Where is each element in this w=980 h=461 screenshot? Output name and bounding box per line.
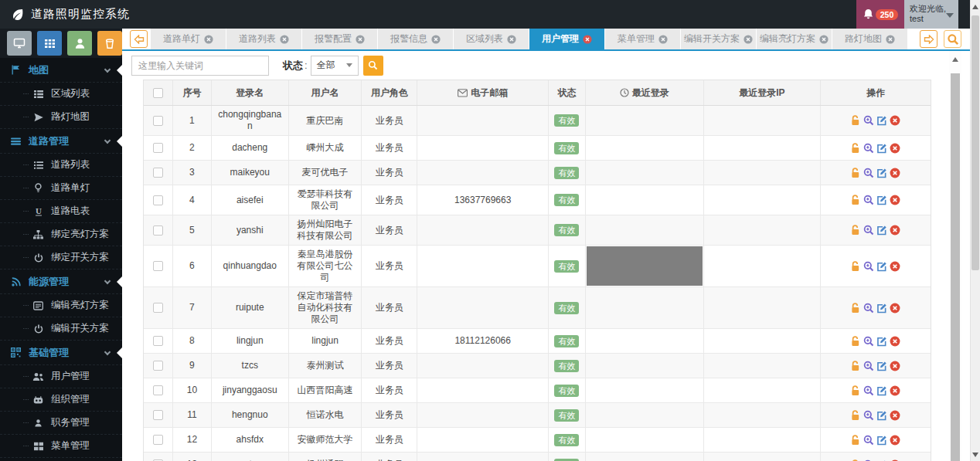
delete-icon[interactable] (890, 361, 900, 371)
delete-icon[interactable] (890, 410, 900, 421)
zoom-in-icon[interactable] (863, 410, 874, 421)
edit-icon[interactable] (876, 115, 887, 126)
zoom-in-icon[interactable] (863, 143, 874, 154)
tab-close-icon[interactable] (431, 35, 441, 44)
unlock-icon[interactable] (851, 143, 861, 154)
sidebar-item[interactable]: 用户管理 (0, 365, 122, 388)
unlock-icon[interactable] (851, 261, 861, 272)
sidebar-item[interactable]: 道路列表 (0, 154, 122, 177)
delete-icon[interactable] (890, 143, 900, 154)
sidebar-item[interactable]: 编辑开关方案 (0, 317, 122, 341)
select-all-checkbox[interactable] (153, 88, 163, 98)
grid-button[interactable] (37, 31, 62, 56)
scroll-up-arrow[interactable] (952, 57, 958, 62)
zoom-in-icon[interactable] (863, 435, 874, 446)
tab-close-icon[interactable] (280, 35, 289, 44)
zoom-in-icon[interactable] (863, 385, 874, 396)
monitor-button[interactable] (7, 31, 32, 56)
sidebar-item[interactable]: 编辑亮灯方案 (0, 294, 122, 317)
tab[interactable]: 道路列表 (226, 29, 301, 49)
unlock-icon[interactable] (851, 336, 861, 347)
tab[interactable]: 编辑亮灯方案 (757, 29, 832, 49)
delete-icon[interactable] (890, 195, 900, 205)
edit-icon[interactable] (876, 435, 887, 446)
tab[interactable]: 报警配置 (302, 29, 377, 49)
sidebar-item[interactable]: 组织管理 (0, 388, 122, 412)
edit-icon[interactable] (876, 410, 887, 421)
tab-close-icon[interactable] (819, 35, 829, 44)
page-scroll-down-arrow[interactable] (972, 453, 978, 457)
sidebar-item[interactable]: 职务管理 (0, 412, 122, 435)
zoom-in-icon[interactable] (863, 361, 874, 371)
status-select[interactable]: 全部 (311, 56, 359, 76)
zoom-in-icon[interactable] (863, 168, 874, 178)
trash-button[interactable] (97, 31, 122, 56)
unlock-icon[interactable] (851, 195, 861, 205)
tab[interactable]: 路灯地图 (832, 29, 907, 49)
tabs-scroll-right-button[interactable] (920, 30, 937, 48)
tab-search-button[interactable] (944, 30, 961, 48)
delete-icon[interactable] (890, 336, 900, 347)
tab-close-icon[interactable] (658, 35, 668, 44)
page-scrollbar-thumb[interactable] (971, 15, 979, 270)
sidebar-item[interactable]: 路灯地图 (0, 106, 122, 129)
delete-icon[interactable] (890, 115, 900, 126)
notifications-button[interactable]: 250 (856, 0, 904, 29)
row-checkbox[interactable] (153, 261, 163, 271)
row-checkbox[interactable] (153, 143, 163, 153)
edit-icon[interactable] (876, 261, 887, 272)
tab-close-icon[interactable] (204, 35, 213, 44)
unlock-icon[interactable] (851, 435, 861, 446)
tab-close-icon[interactable] (356, 35, 365, 44)
tab-close-icon[interactable] (886, 35, 895, 44)
unlock-icon[interactable] (851, 168, 861, 178)
keyword-input[interactable] (131, 56, 269, 76)
delete-icon[interactable] (890, 385, 900, 396)
edit-icon[interactable] (876, 225, 887, 236)
edit-icon[interactable] (876, 361, 887, 371)
edit-icon[interactable] (876, 195, 887, 205)
zoom-in-icon[interactable] (863, 195, 874, 205)
delete-icon[interactable] (890, 168, 900, 178)
unlock-icon[interactable] (851, 361, 861, 371)
tab-close-icon[interactable] (744, 35, 753, 44)
row-checkbox[interactable] (153, 225, 163, 236)
row-checkbox[interactable] (153, 361, 163, 371)
row-checkbox[interactable] (153, 303, 163, 313)
delete-icon[interactable] (890, 261, 900, 272)
zoom-in-icon[interactable] (863, 225, 874, 236)
zoom-in-icon[interactable] (863, 261, 874, 272)
edit-icon[interactable] (876, 168, 887, 178)
zoom-in-icon[interactable] (863, 336, 874, 347)
unlock-icon[interactable] (851, 385, 861, 396)
zoom-in-icon[interactable] (863, 303, 874, 314)
sidebar-item[interactable]: 道路单灯 (0, 177, 122, 200)
sidebar-item[interactable]: 绑定开关方案 (0, 246, 122, 269)
tab-close-icon[interactable] (583, 35, 592, 44)
unlock-icon[interactable] (851, 225, 861, 236)
unlock-icon[interactable] (851, 410, 861, 421)
sidebar-item[interactable]: 道路管理 (0, 129, 122, 154)
user-menu[interactable]: 欢迎光临, test (904, 0, 958, 29)
row-checkbox[interactable] (153, 195, 163, 205)
row-checkbox[interactable] (153, 116, 163, 126)
unlock-icon[interactable] (851, 115, 861, 126)
edit-icon[interactable] (876, 336, 887, 347)
sidebar-item[interactable]: U 道路电表 (0, 200, 122, 223)
sidebar-item[interactable]: 区域列表 (0, 83, 122, 106)
tab-close-icon[interactable] (507, 35, 516, 44)
row-checkbox[interactable] (153, 385, 163, 395)
delete-icon[interactable] (890, 435, 900, 446)
sidebar-item[interactable]: 菜单管理 (0, 435, 122, 458)
page-scroll-up-arrow[interactable] (972, 5, 978, 9)
unlock-icon[interactable] (851, 303, 861, 314)
sidebar-item[interactable]: 地图 (0, 58, 122, 83)
row-checkbox[interactable] (153, 168, 163, 178)
tab[interactable]: 菜单管理 (605, 29, 680, 49)
row-checkbox[interactable] (153, 435, 163, 445)
content-scrollbar-thumb[interactable] (951, 73, 960, 461)
tab[interactable]: 道路单灯 (151, 29, 226, 49)
tab[interactable]: 编辑开关方案 (681, 29, 756, 49)
tab[interactable]: 用户管理 (529, 29, 604, 49)
edit-icon[interactable] (876, 385, 887, 396)
